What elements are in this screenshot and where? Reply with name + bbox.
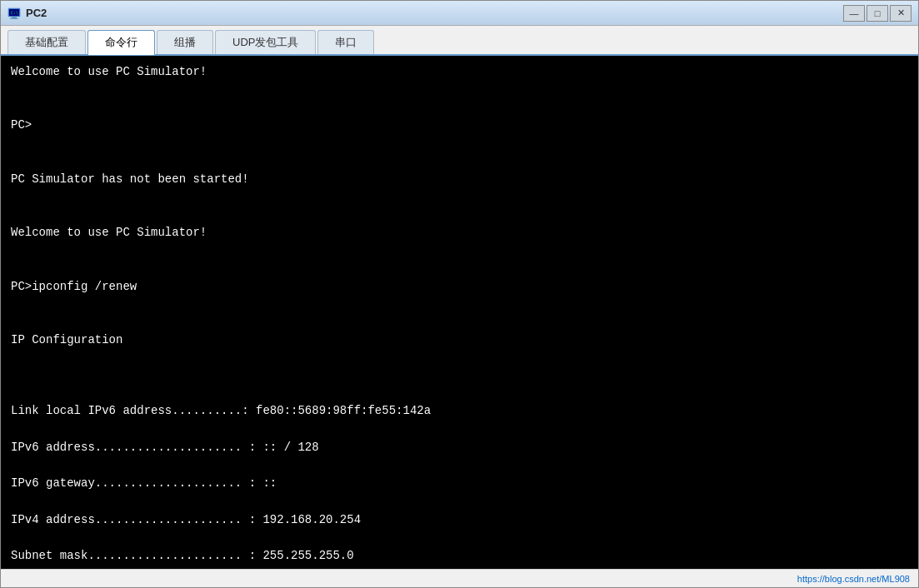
terminal-area[interactable]: Welcome to use PC Simulator! PC> PC Simu… (1, 56, 918, 569)
app-icon: C:\ (7, 7, 21, 20)
terminal-line: PC Simulator has not been started! (11, 170, 908, 188)
terminal-line: IP Configuration (11, 331, 908, 349)
svg-rect-3 (10, 18, 18, 19)
terminal-line: PC>ipconfig /renew (11, 277, 908, 296)
terminal-line: PC> (11, 116, 908, 134)
terminal-line: Welcome to use PC Simulator! (11, 62, 908, 81)
status-url: https://blog.csdn.net/ML908 (797, 574, 910, 584)
tab-multicast[interactable]: 组播 (157, 30, 213, 54)
tab-serial[interactable]: 串口 (317, 30, 374, 54)
terminal-line: Subnet mask...................... : 255.… (11, 546, 908, 565)
tab-cmd[interactable]: 命令行 (87, 30, 155, 55)
maximize-button[interactable]: □ (867, 5, 888, 22)
terminal-line: Link local IPv6 address..........: fe80:… (11, 401, 908, 420)
terminal-line: IPv4 address..................... : 192.… (11, 511, 908, 529)
tab-udp[interactable]: UDP发包工具 (215, 30, 316, 54)
tab-bar: 基础配置 命令行 组播 UDP发包工具 串口 (1, 26, 918, 56)
svg-rect-2 (12, 17, 17, 18)
main-window: C:\ PC2 — □ ✕ 基础配置 命令行 组播 UDP发包工具 串口 Wel… (0, 0, 919, 588)
svg-text:C:\: C:\ (11, 10, 18, 15)
title-bar: C:\ PC2 — □ ✕ (1, 1, 918, 26)
terminal-line: IPv6 address..................... : :: /… (11, 438, 908, 456)
status-bar: https://blog.csdn.net/ML908 (1, 569, 918, 587)
terminal-line: Welcome to use PC Simulator! (11, 223, 908, 242)
terminal-output: Welcome to use PC Simulator! PC> PC Simu… (11, 62, 908, 569)
window-title: PC2 (26, 7, 843, 19)
minimize-button[interactable]: — (843, 5, 865, 22)
tab-basic[interactable]: 基础配置 (7, 30, 86, 54)
close-button[interactable]: ✕ (890, 5, 912, 22)
terminal-line: IPv6 gateway..................... : :: (11, 474, 908, 492)
window-controls: — □ ✕ (843, 5, 912, 22)
